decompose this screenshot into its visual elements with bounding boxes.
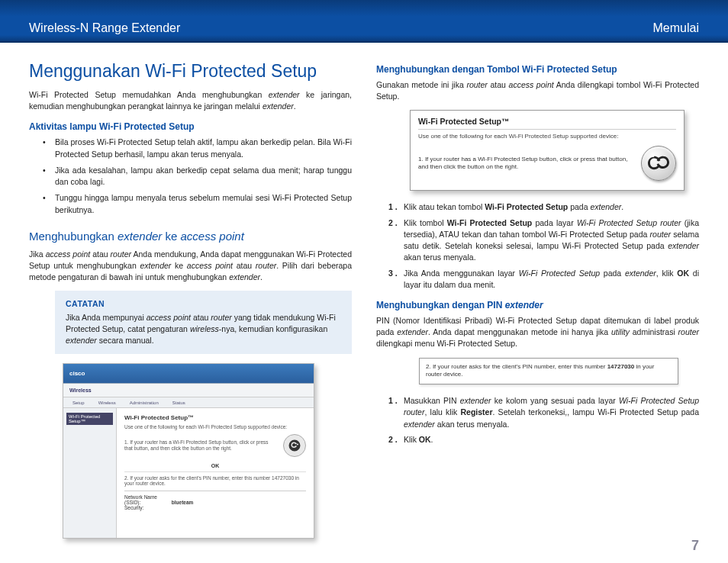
right-column: Menghubungkan dengan Tombol Wi-Fi Protec… — [376, 61, 699, 555]
activity-list: Bila proses Wi-Fi Protected Setup telah … — [29, 137, 352, 215]
connect-heading: Menghubungkan extender ke access point — [29, 230, 352, 243]
activity-heading: Aktivitas lampu Wi-Fi Protected Setup — [29, 121, 352, 132]
fig-header: cisco — [63, 364, 314, 384]
wps-dialog-sub: Use one of the following for each Wi-Fi … — [418, 133, 676, 140]
pin-steps: Masukkan PIN extender ke kolom yang sesu… — [388, 395, 699, 446]
pin-heading: Menghubungkan dengan PIN extender — [376, 300, 699, 310]
pin-dialog: 2. If your router asks for the client's … — [419, 358, 678, 385]
intro-paragraph: Wi-Fi Protected Setup memudahkan Anda me… — [29, 89, 352, 112]
list-item: Tunggu hingga lampu menyala terus sebelu… — [46, 192, 352, 215]
wps-dialog: Wi-Fi Protected Setup™ Use one of the fo… — [410, 110, 685, 191]
pin-paragraph: PIN (Nomor Identifikasi Pribadi) Wi-Fi P… — [376, 315, 699, 350]
note-box: CATATAN Jika Anda mempunyai access point… — [55, 291, 352, 354]
list-item: Bila proses Wi-Fi Protected Setup telah … — [46, 137, 352, 159]
wps-icon — [641, 146, 676, 181]
wps-button-heading: Menghubungkan dengan Tombol Wi-Fi Protec… — [376, 64, 699, 75]
page: Wireless-N Range Extender Memulai Menggu… — [0, 0, 728, 563]
list-item: Masukkan PIN extender ke kolom yang sesu… — [388, 395, 699, 430]
wps-dialog-title: Wi-Fi Protected Setup™ — [418, 117, 676, 130]
header-bar: Wireless-N Range Extender Memulai — [0, 0, 728, 43]
list-item: Klik tombol Wi-Fi Protected Setup pada l… — [388, 217, 699, 264]
header-left: Wireless-N Range Extender — [29, 21, 180, 35]
wps-steps: Klik atau tekan tombol Wi-Fi Protected S… — [388, 201, 699, 291]
connect-paragraph: Jika access point atau router Anda mendu… — [29, 249, 352, 284]
list-item: Jika ada kesalahan, lampu akan berkedip … — [46, 165, 352, 188]
wps-dialog-text: 1. If your router has a Wi-Fi Protected … — [418, 156, 629, 172]
wps-icon — [283, 434, 306, 457]
admin-screenshot: cisco Wireless Setup Wireless Administra… — [63, 363, 314, 539]
wps-button-paragraph: Gunakan metode ini jika router atau acce… — [376, 79, 699, 102]
page-number: 7 — [691, 538, 699, 554]
content: Menggunakan Wi-Fi Protected Setup Wi-Fi … — [0, 43, 728, 563]
list-item: Klik OK. — [388, 434, 699, 446]
page-title: Menggunakan Wi-Fi Protected Setup — [29, 61, 352, 82]
fig-sidebar: Wi-Fi Protected Setup™ — [63, 408, 117, 538]
list-item: Jika Anda menggunakan layar Wi-Fi Protec… — [388, 268, 699, 291]
list-item: Klik atau tekan tombol Wi-Fi Protected S… — [388, 201, 699, 213]
note-title: CATATAN — [66, 298, 341, 310]
fig-main: Wi-Fi Protected Setup™ Use one of the fo… — [117, 408, 314, 538]
fig-tabs: Wireless — [63, 384, 314, 397]
header-right: Memulai — [653, 21, 699, 35]
left-column: Menggunakan Wi-Fi Protected Setup Wi-Fi … — [29, 61, 352, 555]
